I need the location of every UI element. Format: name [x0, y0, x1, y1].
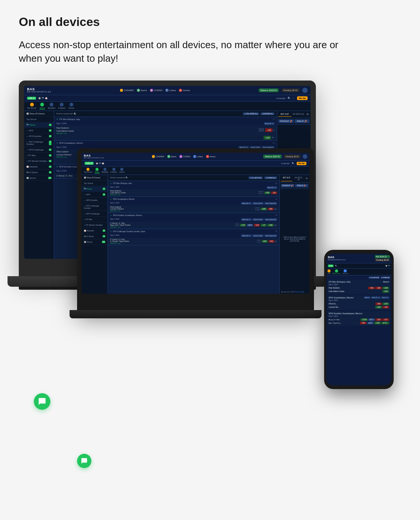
mobile-d-odd3[interactable]: -220 [375, 318, 382, 321]
mobile-odd-430[interactable]: -430 [368, 287, 375, 289]
tablet-wta[interactable]: — WTA1 [82, 192, 108, 198]
tablet-filter-wta-gt[interactable]: Game Total ▾ [252, 202, 264, 205]
nav-cashier[interactable]: 💰 CASHIER [120, 89, 134, 92]
sidebar-soccer[interactable]: ⚽ Soccer17 [24, 175, 54, 181]
mobile-filter-match[interactable]: Match ▾ [364, 296, 370, 299]
tablet-user-avatar[interactable] [303, 154, 307, 159]
tablet-d-odd-1[interactable]: +176 [240, 224, 246, 227]
tablet-filter-atp-match[interactable]: Match W... ▾ [241, 234, 252, 237]
chat-bubble-desktop[interactable] [34, 393, 50, 410]
user-avatar[interactable] [302, 88, 308, 93]
tablet-nav-sports[interactable]: ⚽ Sports [167, 155, 176, 158]
tab-baseball[interactable]: Baseball [48, 103, 55, 109]
search-icon[interactable]: 🔍 [288, 97, 290, 99]
mobile-filter-name[interactable]: Name To... ▾ [371, 296, 380, 299]
tablet-atp[interactable]: — ATP Challenger Doubles [82, 203, 108, 211]
tablet-nav-lottery[interactable]: 🎱 Lottery [193, 155, 203, 158]
tablet-itf-women[interactable]: + ITF Women Doubles [82, 222, 108, 228]
nav-lottery[interactable]: 🎱 Lottery [165, 89, 176, 92]
tab-tennis[interactable]: Tennis [39, 103, 45, 109]
mobile-d-odd8[interactable]: +9 To... [381, 322, 389, 324]
mobile-d-odd1[interactable]: +1100 [361, 318, 368, 321]
mobile-wta-odd2[interactable]: +225 [382, 303, 389, 305]
tablet-search-icon-small[interactable]: 🔍 [126, 176, 128, 179]
sidebar-itf-women[interactable]: + ITF Women Doubles1 [24, 158, 54, 164]
odd-buldorini[interactable]: -430 [265, 128, 273, 132]
more-icon[interactable]: ⋮ [293, 97, 295, 99]
tab-esports[interactable]: E-Sports [58, 103, 65, 109]
my-bets-tab[interactable]: MY BETS (0) [292, 112, 305, 117]
mobile-collapse-all[interactable]: ≡ COLLAPSE All [368, 277, 380, 279]
sidebar-wta-doubles[interactable]: — WTA Doubles2 [24, 134, 54, 139]
straight-button[interactable]: STRAIGHT 🏈 [278, 119, 294, 123]
mobile-tab-soccer[interactable]: WTA [328, 269, 331, 274]
sidebar-baseball[interactable]: ⚾ Baseball1 [24, 164, 54, 170]
tablet-expand-btn[interactable]: ≡ EXPAND ALL [264, 176, 277, 179]
nav-sports[interactable]: ⚽ Sports [137, 89, 147, 92]
tablet-d-odd-o[interactable]: o22.5 [247, 224, 253, 227]
tablet-filter-d-gt[interactable]: Game Total ▾ [252, 218, 264, 221]
tablet-filter-wta-match[interactable]: Match W... ▾ [241, 202, 252, 205]
language-label[interactable]: Language [276, 97, 285, 99]
tablet-tab-tennis[interactable]: Tennis [95, 168, 100, 173]
tablet-odd-2[interactable]: -132 [271, 192, 277, 194]
expand-all-button[interactable]: ≡ EXPAND ALL [261, 113, 274, 115]
mobile-wta-odd1[interactable]: -300 [375, 303, 382, 305]
mobile-d-odd2[interactable]: o21.5 [368, 318, 375, 321]
tab-soccer[interactable]: Soccer [68, 103, 74, 109]
tablet-nav-cashier[interactable]: 💰 CASHIER [152, 155, 164, 158]
filter-match-w[interactable]: Match W... ▾ [264, 122, 274, 125]
mobile-wta-odd3[interactable]: +230 [375, 306, 382, 309]
tablet-bet-slip-tab[interactable]: BET SLIP [281, 176, 292, 181]
tablet-soccer-sidebar[interactable]: ⚽ Soccer13 [82, 239, 108, 245]
tablet-filter-d-match[interactable]: Match W... ▾ [241, 218, 252, 221]
mobile-d-odd5[interactable]: -200 [360, 322, 367, 324]
sidebar-atp-challenger[interactable]: — ATP Challenger Doubles1 [24, 139, 54, 147]
mobile-tab-tennis[interactable]: WTA Doubles [332, 269, 340, 274]
tablet-tennis-sidebar[interactable]: 🎾 Tennis 7 [82, 186, 108, 192]
tablet-top-soccer[interactable]: Top Soccer [82, 181, 108, 186]
sidebar-top-soccer[interactable]: Top Soccer [24, 117, 54, 122]
tablet-odd-1[interactable]: +454 [264, 192, 270, 194]
chat-bubble-tablet[interactable] [77, 454, 91, 468]
tablet-filter-d-gs[interactable]: Game Spread ▾ [264, 218, 277, 221]
tablet-tab-baseball[interactable]: Baseball [102, 168, 108, 173]
tablet-itf-men[interactable]: + ITF Men [82, 217, 108, 222]
mobile-filter-save[interactable]: Save S... ▾ [381, 296, 389, 299]
search-icon-small[interactable]: 🔍 [74, 113, 76, 115]
collapse-all-button[interactable]: ≡ COLLAPSE ALL [243, 113, 259, 115]
mobile-d-odd4[interactable]: +8.5 [382, 318, 389, 321]
tablet-filter-atp-gt[interactable]: Game Total ▾ [252, 234, 264, 237]
sidebar-esports[interactable]: 🎮 E-Sports1 [24, 170, 54, 175]
tablet-language[interactable]: Language [281, 162, 289, 164]
bet-slip-button[interactable]: Bet slip [297, 96, 308, 100]
mobile-tab-wta-doubles[interactable]: View more [342, 269, 348, 274]
tablet-d-odd-2[interactable]: -116 [254, 224, 260, 227]
show-all-games[interactable]: ⚽ Show All Games [24, 111, 54, 117]
bet-slip-tab[interactable]: BET SLIP [278, 112, 291, 117]
mobile-odd-neg2[interactable]: -325 [375, 287, 382, 289]
tablet-filter-atp-gs[interactable]: Game Spread ▾ [264, 234, 277, 237]
tab-top-soccer[interactable]: Top Soccer [27, 103, 36, 109]
mobile-search-icon[interactable]: 🔍 [335, 265, 337, 267]
tablet-filter-wta-gs[interactable]: Game Spread ▾ [264, 202, 277, 205]
parlay-button[interactable]: PARLAY 🏈 [294, 119, 310, 123]
sidebar-wta[interactable]: — WTA1 [24, 128, 54, 134]
tablet-nav-casino[interactable]: 🎰 CASINO [179, 155, 190, 158]
tablet-show-all[interactable]: ⚽ Show All Games [82, 175, 108, 181]
tablet-tab-esports[interactable]: E-Sports [111, 168, 117, 173]
tablet-nav-horses[interactable]: 🐎 Horses [206, 155, 216, 158]
tablet-esports-sidebar[interactable]: 🎮 E-Sports1 [82, 234, 108, 239]
tablet-my-bets-tab[interactable]: MY BETS (0) [293, 176, 304, 181]
tablet-collapse-btn[interactable]: ≡ COLLAPSE ALL [249, 176, 263, 179]
tablet-wta-odd-1[interactable]: +309 [261, 208, 267, 210]
tablet-more-settings[interactable]: More settings [295, 291, 304, 293]
tablet-d-odd-4[interactable]: +190 [267, 224, 273, 227]
mobile-wta-odd4[interactable]: -140 [382, 306, 389, 309]
tablet-bet-slip-btn[interactable]: Bet slip [297, 162, 306, 165]
tablet-tab-top-soccer[interactable]: Top Soccer [84, 168, 92, 173]
tablet-filter-match[interactable]: Match W... ▾ [267, 186, 277, 189]
tablet-atp-odd-2[interactable]: -612 [268, 240, 274, 243]
mobile-d-odd6[interactable]: u21.5 [367, 322, 374, 324]
sidebar-itf-men[interactable]: + ITF Men1 [24, 153, 54, 158]
